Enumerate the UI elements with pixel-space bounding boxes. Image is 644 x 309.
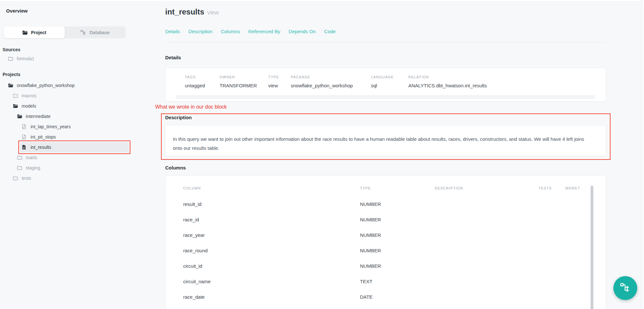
tree-item-label: marts <box>26 155 37 160</box>
detail-label: OWNER <box>220 75 268 79</box>
sidebar-item-int-lap-times-years[interactable]: int_lap_times_years <box>0 121 141 132</box>
cell-column-name: race_id <box>183 217 360 222</box>
tree-item-label: intermediate <box>26 114 51 119</box>
table-row-circuit-id[interactable]: circuit_id NUMBER <box>183 258 606 274</box>
col-header-tests: TESTS <box>538 186 565 191</box>
cell-column-type: NUMBER <box>360 232 435 238</box>
detail-field-tags: TAGS untagged <box>185 75 220 88</box>
detail-value: untagged <box>185 83 220 88</box>
sidebar-item-macros[interactable]: macros <box>0 91 141 101</box>
detail-label: TYPE <box>268 75 291 79</box>
folder-icon <box>22 30 28 35</box>
tree-item-label: int_pit_stops <box>31 134 56 140</box>
cell-column-name: circuit_name <box>183 279 360 284</box>
detail-field-package: PACKAGE snowflake_python_workshop <box>291 75 371 88</box>
nav-link-code[interactable]: Code <box>324 29 336 34</box>
file-solid-icon <box>22 145 27 150</box>
detail-field-relation: RELATION ANALYTICS.dbt_hwatson.int_resul… <box>408 75 606 88</box>
details-card: TAGS untagged OWNER TRANSFORMER TYPE vie… <box>165 68 606 101</box>
header-divider <box>165 42 606 42</box>
detail-label: TAGS <box>185 75 220 79</box>
tab-project-label: Project <box>31 30 46 35</box>
col-header-more: MORE? <box>565 186 606 191</box>
view-switcher: Project Database <box>4 26 126 38</box>
nav-link-referenced-by[interactable]: Referenced By <box>248 29 280 34</box>
columns-table-body: result_id NUMBER race_id NUMBER race_yea… <box>183 196 606 309</box>
file-icon <box>22 134 27 140</box>
col-header-type: TYPE <box>360 186 435 191</box>
table-row-race-round[interactable]: race_round NUMBER <box>183 243 606 258</box>
tree-item-label: tests <box>22 176 31 181</box>
detail-label: LANGUAGE <box>371 75 408 79</box>
page-title-row: int_resultsview <box>165 7 606 18</box>
sidebar-item-tests[interactable]: tests <box>0 173 141 183</box>
lineage-icon <box>80 30 86 35</box>
detail-field-type: TYPE view <box>268 75 291 88</box>
detail-field-language: LANGUAGE sql <box>371 75 408 88</box>
detail-value: TRANSFORMER <box>220 83 268 88</box>
tab-database-label: Database <box>90 30 109 35</box>
detail-field-owner: OWNER TRANSFORMER <box>220 75 268 88</box>
table-row-race-date[interactable]: race_date DATE <box>183 289 606 304</box>
col-header-column: COLUMN <box>183 186 360 191</box>
sidebar: Overview Project <box>0 0 141 309</box>
page-scroll-gutter <box>641 0 644 309</box>
nav-link-details[interactable]: Details <box>165 29 180 34</box>
cell-column-type: TEXT <box>360 279 435 284</box>
tab-project[interactable]: Project <box>4 26 65 38</box>
sources-section-label: Sources <box>3 47 141 52</box>
tree-item-label: macros <box>22 93 36 98</box>
table-row-race-time[interactable]: race_time TIME <box>183 304 606 309</box>
description-heading: Description <box>165 115 606 120</box>
folder-open-icon <box>13 104 18 108</box>
tree-item-label: int_results <box>31 145 51 150</box>
folder-closed-icon <box>13 176 18 180</box>
folder-open-icon <box>17 114 22 119</box>
sidebar-item-models[interactable]: models <box>0 101 141 111</box>
lineage-icon <box>620 283 630 294</box>
tree-item-label: models <box>22 103 36 109</box>
table-row-circuit-name[interactable]: circuit_name TEXT <box>183 274 606 289</box>
table-row-result-id[interactable]: result_id NUMBER <box>183 196 606 212</box>
sidebar-item-snowflake-python-workshop[interactable]: snowflake_python_workshop <box>0 80 141 91</box>
nav-link-depends-on[interactable]: Depends On <box>289 29 316 34</box>
main-content: int_resultsview Details Description Colu… <box>141 0 644 309</box>
sidebar-item-intermediate[interactable]: intermediate <box>0 111 141 121</box>
detail-value: view <box>268 83 291 88</box>
details-heading: Details <box>165 55 606 60</box>
nav-link-columns[interactable]: Columns <box>221 29 240 34</box>
detail-value: sql <box>371 83 408 88</box>
detail-value: ANALYTICS.dbt_hwatson.int_results <box>408 83 606 88</box>
sidebar-item-marts[interactable]: marts <box>0 152 141 163</box>
project-tree: snowflake_python_workshop macros mo <box>0 80 141 183</box>
columns-scrollbar-thumb[interactable] <box>591 186 593 309</box>
description-body: In this query we want to join out other … <box>173 135 593 153</box>
cell-column-type: NUMBER <box>360 248 435 253</box>
sidebar-item-int-results-selected[interactable]: int_results <box>20 142 129 152</box>
tree-item-label: int_lap_times_years <box>31 124 71 129</box>
sidebar-title: Overview <box>6 8 141 14</box>
cell-column-name: circuit_id <box>183 263 360 269</box>
sidebar-item-staging[interactable]: staging <box>0 163 141 173</box>
cell-column-type: NUMBER <box>360 263 435 269</box>
cell-column-name: race_date <box>183 294 360 300</box>
tab-database[interactable]: Database <box>65 26 126 38</box>
cell-column-name: race_round <box>183 248 360 253</box>
cell-column-name: result_id <box>183 201 360 207</box>
table-row-race-id[interactable]: race_id NUMBER <box>183 212 606 227</box>
cell-column-name: race_year <box>183 232 360 238</box>
folder-closed-icon <box>8 56 13 61</box>
cell-column-type: NUMBER <box>360 217 435 222</box>
table-row-race-year[interactable]: race_year NUMBER <box>183 227 606 243</box>
folder-closed-icon <box>13 93 18 98</box>
collapsed-row-placeholder <box>176 95 595 99</box>
nav-link-description[interactable]: Description <box>188 29 213 34</box>
tree-item-label: staging <box>26 165 40 170</box>
col-header-description: DESCRIPTION <box>435 186 538 191</box>
file-icon <box>22 124 27 129</box>
annotation-red-box-description: Description In this query we want to joi… <box>161 113 611 160</box>
lineage-graph-button[interactable] <box>613 276 637 300</box>
section-nav: Details Description Columns Referenced B… <box>165 29 606 34</box>
sidebar-item-formula1[interactable]: formula1 <box>0 53 141 64</box>
tree-item-label: snowflake_python_workshop <box>17 83 75 88</box>
